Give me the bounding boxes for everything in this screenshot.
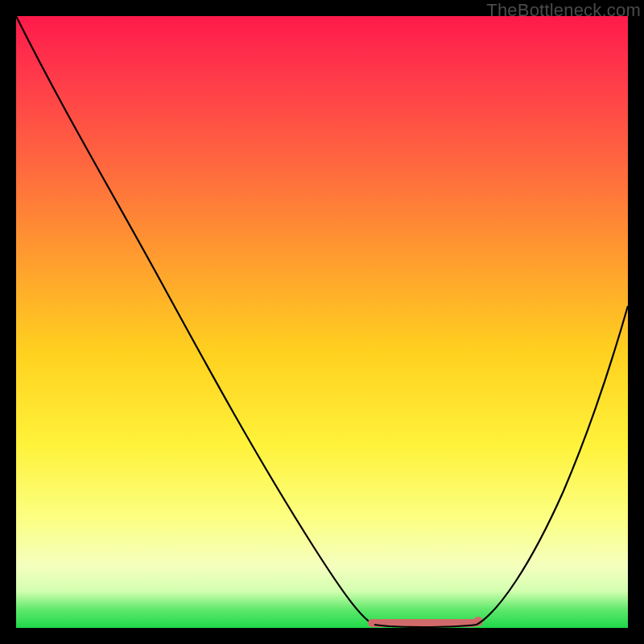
curve-right-branch (477, 306, 628, 625)
curve-left-branch (16, 16, 374, 625)
bottleneck-curve-svg (16, 16, 628, 628)
plot-frame (16, 16, 628, 628)
watermark-label: TheBottleneck.com (486, 0, 641, 21)
